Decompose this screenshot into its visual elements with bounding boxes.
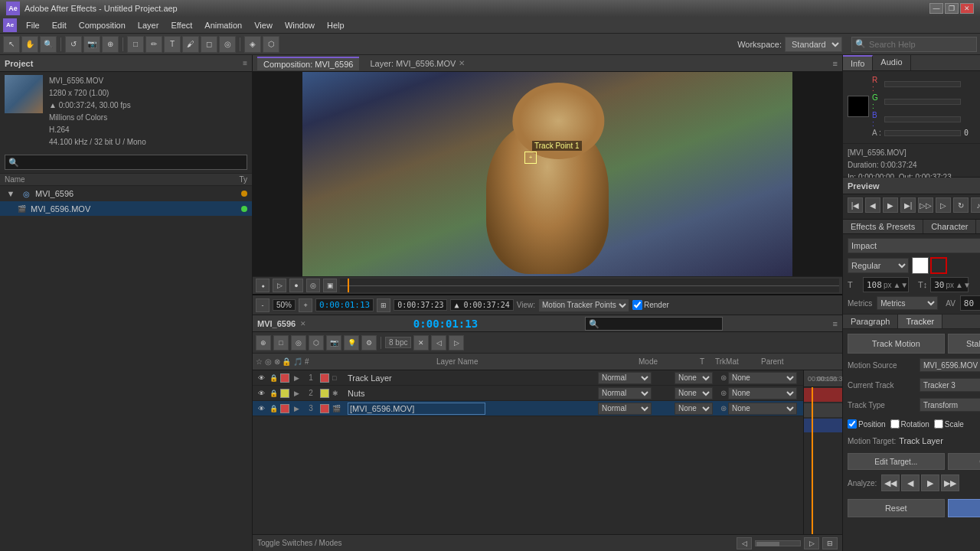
- current-track-select[interactable]: Tracker 3: [920, 378, 980, 392]
- tl-zoom-in-btn[interactable]: ▷: [804, 537, 819, 549]
- tl-zoom-out-btn[interactable]: ◁: [737, 537, 752, 549]
- restore-button[interactable]: ❐: [945, 3, 959, 14]
- comp-ctrl-btn-1[interactable]: ⬥: [256, 279, 270, 292]
- search-help-input[interactable]: [869, 40, 976, 49]
- view-dropdown[interactable]: Motion Tracker Points: [538, 298, 629, 312]
- tl-camera-btn[interactable]: 📷: [326, 335, 341, 350]
- comp-ctrl-btn-2[interactable]: ▷: [273, 279, 286, 292]
- analyze-back-btn[interactable]: ◀: [901, 474, 920, 491]
- tl-solid-btn[interactable]: □: [273, 335, 289, 350]
- close-button[interactable]: ✕: [960, 3, 974, 14]
- layer-1-lock[interactable]: 🔒: [268, 373, 279, 383]
- preview-next-btn[interactable]: ▶|: [900, 197, 916, 213]
- tl-null-btn[interactable]: ◎: [291, 335, 306, 350]
- menu-composition[interactable]: Composition: [73, 19, 132, 31]
- pan-tool[interactable]: ⊕: [102, 36, 119, 53]
- stabilize-motion-button[interactable]: Stabilize Motion: [948, 334, 981, 354]
- project-item-footage[interactable]: 🎬 MVI_6596.MOV: [0, 201, 252, 217]
- tl-solo-btn[interactable]: ◁: [431, 335, 446, 350]
- shape-tool[interactable]: ◈: [244, 36, 261, 53]
- menu-help[interactable]: Help: [321, 19, 351, 31]
- project-search-input[interactable]: [5, 155, 247, 170]
- layer-2-lock[interactable]: 🔒: [268, 388, 279, 399]
- menu-animation[interactable]: Animation: [198, 19, 248, 31]
- layer-3-parent-select[interactable]: None: [728, 403, 797, 415]
- font-size-field[interactable]: 108 px ▲▼: [863, 277, 909, 292]
- select-tool[interactable]: ↖: [3, 36, 20, 53]
- analyze-fwd-btn[interactable]: ▶: [921, 474, 939, 491]
- effects-tab-character[interactable]: Character: [923, 220, 976, 233]
- preview-play-btn[interactable]: ▶: [883, 197, 898, 213]
- zoom-tool[interactable]: 🔍: [40, 36, 57, 53]
- effects-tab-effects[interactable]: Effects & Presets: [843, 220, 923, 233]
- layer-3-expand[interactable]: ▶: [291, 403, 302, 414]
- motion-source-select[interactable]: MVI_6596.MOV: [920, 358, 980, 372]
- camera-tool[interactable]: 📷: [83, 36, 100, 53]
- brush-tool[interactable]: 🖌: [182, 36, 199, 53]
- layer-2-expand[interactable]: ▶: [291, 388, 302, 399]
- analyze-last-btn[interactable]: ▶▶: [941, 474, 959, 491]
- reset-button[interactable]: Reset: [848, 499, 945, 517]
- scale-checkbox[interactable]: [934, 419, 943, 429]
- preview-loop-btn[interactable]: ↻: [953, 197, 969, 213]
- menu-view[interactable]: View: [248, 19, 279, 31]
- font-name-select[interactable]: Impact: [848, 238, 980, 253]
- menu-effect[interactable]: Effect: [165, 19, 198, 31]
- tl-adj-btn[interactable]: ⚙: [361, 335, 377, 350]
- layer-3-lock[interactable]: 🔒: [268, 403, 279, 414]
- comp-tab[interactable]: Composition: MVI_6596: [257, 57, 359, 70]
- project-item-folder[interactable]: ▼ ◎ MVI_6596: [0, 186, 252, 201]
- layer-1-mode-select[interactable]: Normal: [598, 372, 652, 384]
- layer-2-label[interactable]: [280, 389, 289, 398]
- timeline-zoom-slider[interactable]: [755, 540, 801, 546]
- project-menu-btn[interactable]: ≡: [243, 59, 247, 67]
- timeline-search-input[interactable]: [585, 317, 723, 331]
- tracking-size-field[interactable]: 30 px ▲▼: [930, 277, 969, 292]
- timeline-menu-btn[interactable]: ≡: [833, 319, 838, 328]
- menu-window[interactable]: Window: [279, 19, 321, 31]
- analyze-first-btn[interactable]: ◀◀: [881, 474, 900, 491]
- roto-tool[interactable]: ⬡: [263, 36, 279, 53]
- font-style-select[interactable]: Regular: [848, 258, 909, 273]
- mask-tool[interactable]: □: [127, 36, 144, 53]
- tl-shape-btn[interactable]: ⬡: [309, 335, 324, 350]
- preview-last-btn[interactable]: ▷▷: [918, 197, 933, 213]
- layer-2-eye[interactable]: 👁: [256, 388, 266, 399]
- hand-tool[interactable]: ✋: [21, 36, 38, 53]
- comp-ctrl-btn-4[interactable]: ◎: [306, 279, 320, 292]
- preview-prev-btn[interactable]: ◀: [865, 197, 880, 213]
- layer-1-trkmat-select[interactable]: None: [675, 372, 713, 384]
- menu-file[interactable]: File: [20, 19, 46, 31]
- menu-layer[interactable]: Layer: [132, 19, 165, 31]
- tl-forward-btn[interactable]: ▷: [449, 335, 464, 350]
- layer-3-name-input[interactable]: [348, 403, 485, 415]
- apply-button[interactable]: Apply: [948, 499, 981, 517]
- text-tool[interactable]: T: [164, 36, 181, 53]
- layer-1-parent-select[interactable]: None: [728, 372, 797, 384]
- workspace-dropdown[interactable]: Standard: [785, 37, 842, 52]
- metrics-select[interactable]: Metrics: [877, 296, 938, 310]
- layer-2-parent-select[interactable]: None: [728, 387, 797, 399]
- rotation-checkbox[interactable]: [890, 419, 900, 429]
- tl-del-btn[interactable]: ✕: [413, 335, 429, 350]
- menu-edit[interactable]: Edit: [46, 19, 73, 31]
- minimize-button[interactable]: —: [929, 3, 943, 14]
- layer-2-mode-select[interactable]: Normal: [598, 387, 652, 399]
- layer-3-mode-select[interactable]: Normal: [598, 403, 652, 415]
- layer-row-2[interactable]: 👁 🔒 ▶ 2 ✱ Nuts: [253, 386, 803, 401]
- layer-1-label[interactable]: [280, 373, 289, 383]
- layer-3-label[interactable]: [280, 404, 289, 413]
- tl-scroll-btn[interactable]: ⊟: [822, 537, 838, 549]
- frame-btn[interactable]: ⊞: [377, 298, 390, 312]
- tl-new-layer-btn[interactable]: ⊕: [256, 335, 271, 350]
- puppet-tool[interactable]: ◎: [219, 36, 236, 53]
- fill-color-box[interactable]: [912, 257, 929, 274]
- layer-tab-close[interactable]: ✕: [459, 59, 465, 67]
- preview-first-btn[interactable]: |◀: [848, 197, 863, 213]
- comp-menu-btn[interactable]: ≡: [833, 59, 838, 68]
- layer-2-trkmat-select[interactable]: None: [675, 387, 713, 399]
- comp-ctrl-btn-3[interactable]: ●: [289, 279, 303, 292]
- zoom-in-btn[interactable]: +: [299, 298, 312, 312]
- options-button[interactable]: Options...: [948, 453, 981, 470]
- timeline-close-icon[interactable]: ✕: [300, 320, 306, 328]
